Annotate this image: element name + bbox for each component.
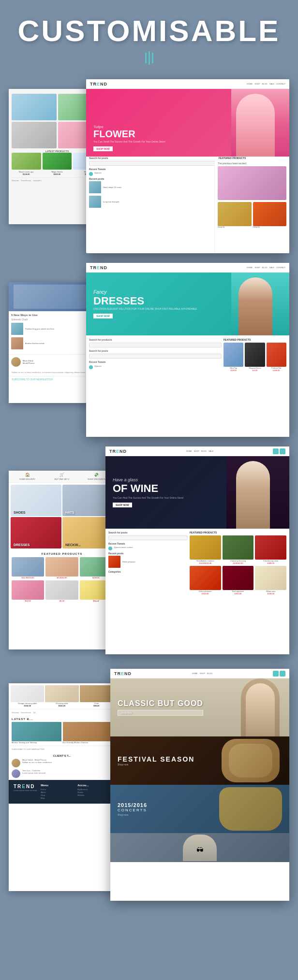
nav-home-3[interactable]: HOME — [186, 450, 192, 452]
brand-themeforest: themeforest — [21, 179, 31, 182]
cat-dresses[interactable]: DRESSES — [11, 517, 61, 548]
nav-blog-3[interactable]: BLOG — [201, 450, 207, 452]
cart-icon-4[interactable] — [280, 671, 285, 677]
left-shop-card: 🏠 HOME DELIVERY 🛒 BUY ONE GET 2 💸 HUGE D… — [9, 471, 115, 649]
furn-item-3: Chair $88.00 — [80, 685, 113, 707]
hero-shop-btn[interactable]: SHOP NOW — [93, 146, 113, 151]
nav-home-4[interactable]: HOME — [192, 672, 198, 675]
subscribe-link[interactable]: SUBSCRIBE TO OUR NEWSLETTER — [9, 376, 91, 382]
hero-shop-btn-2[interactable]: SHOP NOW — [93, 314, 113, 318]
tweet-1: @james — [89, 172, 216, 176]
cat-hats-label: HATS — [65, 511, 74, 514]
nav-shop-3[interactable]: SHOP — [194, 450, 199, 452]
concerts-text: 2015/2016 CONCERTS Shop now — [110, 797, 154, 821]
blog-post-4: Another fashion article — [11, 337, 89, 349]
nav-contact[interactable]: CONTACT — [276, 83, 285, 85]
tweet-3: @james tweet content — [108, 546, 188, 550]
nav-sale-3[interactable]: SALE — [209, 450, 213, 452]
footer-logo-wrap: TREND Lorem ipsum dolor sit amet — [14, 784, 37, 800]
cart-icon[interactable] — [280, 448, 285, 454]
footer-account-title: Accou... — [77, 784, 110, 787]
hero-fancy: Fancy — [93, 289, 224, 295]
concerts-year: 2015/2016 — [118, 802, 147, 808]
tweet-dot-1 — [89, 172, 93, 176]
prod-left: Search for products Search for posts Rec… — [89, 338, 222, 372]
nav-blog-2[interactable]: BLOG — [262, 266, 268, 269]
nav-sale-2[interactable]: SALE — [269, 266, 274, 269]
furniture-list-title: LATEST B... — [12, 718, 112, 721]
festival-sub[interactable]: Shop now — [118, 763, 194, 766]
nav-home[interactable]: HOME — [247, 83, 253, 85]
nav-shop-2[interactable]: SHOP — [254, 266, 260, 269]
wf-price-2: £3.00/£2.00 — [223, 562, 254, 564]
fp-img-5 — [45, 580, 78, 600]
section-flowers: Orange lily Orange lily — [218, 202, 286, 228]
search-posts-label: Search for posts — [89, 157, 216, 159]
dress-img-2 — [245, 343, 265, 367]
sunglasses-hero — [110, 833, 289, 862]
nav-sale[interactable]: SALE — [269, 83, 274, 85]
cat-shoes[interactable]: SHOES — [11, 485, 61, 516]
concerts-sub[interactable]: Shop now — [118, 813, 147, 816]
fp-price-2: $5.00/£2.00 — [45, 576, 78, 579]
wf-img-5 — [223, 566, 254, 590]
trend-nav-links-3: HOME SHOP BLOG SALE — [186, 450, 214, 452]
wine-products-row: Search for posts Recent Tweets @james tw… — [105, 529, 289, 597]
classic-hero-model — [241, 678, 280, 736]
nav-shop[interactable]: SHOP — [254, 83, 260, 85]
recent-tweets-label: Recent Tweets — [89, 168, 216, 171]
search-bar[interactable] — [89, 161, 216, 166]
flower-img-2 — [253, 202, 287, 226]
feat-prod-title: FEATURED PRODUCTS — [12, 552, 112, 555]
orchid-img — [218, 166, 286, 200]
trend-navbar-3: TREND HOME SHOP BLOG SALE — [105, 447, 289, 456]
furn-price-1: $134.00 — [11, 705, 44, 707]
fl-img-1 — [12, 722, 61, 741]
newsletter-link[interactable]: SUBSCRIBE TO OUR NEWSLETTER — [9, 746, 115, 752]
nav-shop-4[interactable]: SHOP — [200, 672, 205, 675]
dress-item-1: Slim Top £19.00 — [224, 343, 243, 372]
hero-tulips: Tulips — [93, 125, 224, 129]
blog-text-3: Fashion blog post article text here — [25, 328, 54, 330]
hero-pink-img — [231, 89, 289, 157]
have-glass: Have a glass — [113, 477, 219, 482]
search-icon-4[interactable] — [273, 671, 279, 677]
client-avatar-1 — [12, 759, 20, 767]
brand-activeden: activeden — [33, 179, 41, 182]
footer-account-col: Accou... My AccountOrdersWishlist — [77, 784, 110, 800]
nav-blog-4[interactable]: BLOG — [207, 672, 212, 675]
furn-price-3: $88.00 — [80, 705, 113, 707]
search-icon[interactable] — [273, 448, 279, 454]
fl-img-2 — [63, 722, 113, 741]
wine-search-bar[interactable] — [108, 535, 188, 540]
left-blog-card: 5 New Ways to Use Sidewalk Chalk Fashion… — [9, 282, 91, 403]
author-row: Marie Dalvik Model/Theme — [9, 354, 91, 369]
wine-left: Search for posts Recent Tweets @james tw… — [108, 531, 188, 595]
recent-posts-mini: Recent posts — [108, 552, 188, 555]
hero-teal-text: Fancy DRESSES DISCOVER ELEGANT SOLUTION … — [86, 285, 231, 324]
delivery-text-2: BUY ONE GET 2 — [46, 478, 77, 480]
mockup-wine-theme: 🏠 HOME DELIVERY 🛒 BUY ONE GET 2 💸 HUGE D… — [9, 447, 289, 664]
nav-contact-2[interactable]: CONTACT — [276, 266, 285, 269]
left-furniture-card: Vintage dressing table $134.00 Dressing … — [9, 683, 115, 891]
wine-tweets-label: Recent Tweets — [108, 542, 188, 545]
toy-img-2 — [43, 153, 72, 170]
brand2-3d: 3d... — [33, 711, 37, 714]
cat-dresses-label: DRESSES — [14, 543, 30, 547]
classic-shop-btn[interactable]: Shop now — [118, 710, 203, 716]
feat-prod-row2: $14.00 $5.00 $Small — [12, 580, 112, 602]
client-text-2: Jean-Luc - CustomerLorem ipsum dolor sit… — [22, 769, 45, 778]
blog-content: 5 New Ways to Use Sidewalk Chalk Fashion… — [9, 311, 91, 354]
search-bar-3[interactable] — [89, 354, 222, 359]
blog-thumb-w1 — [108, 556, 120, 568]
nav-blog[interactable]: BLOG — [262, 83, 268, 85]
search-bar-2[interactable] — [89, 343, 222, 347]
blog-post-3: Fashion blog post article text here — [11, 323, 89, 335]
nav-home-2[interactable]: HOME — [247, 266, 253, 269]
wine-shop-btn[interactable]: SHOP NOW — [113, 503, 132, 507]
wine-right: FEATURED PRODUCTS Grandfather creation £… — [190, 531, 286, 595]
delivery-icon-1: 🏠 — [12, 473, 43, 477]
fp-item-4: $14.00 — [12, 580, 44, 602]
wine-search-label: Search for posts — [108, 531, 188, 534]
furniture-list: LATEST B... Modern Seating and Tabletop … — [9, 716, 115, 746]
